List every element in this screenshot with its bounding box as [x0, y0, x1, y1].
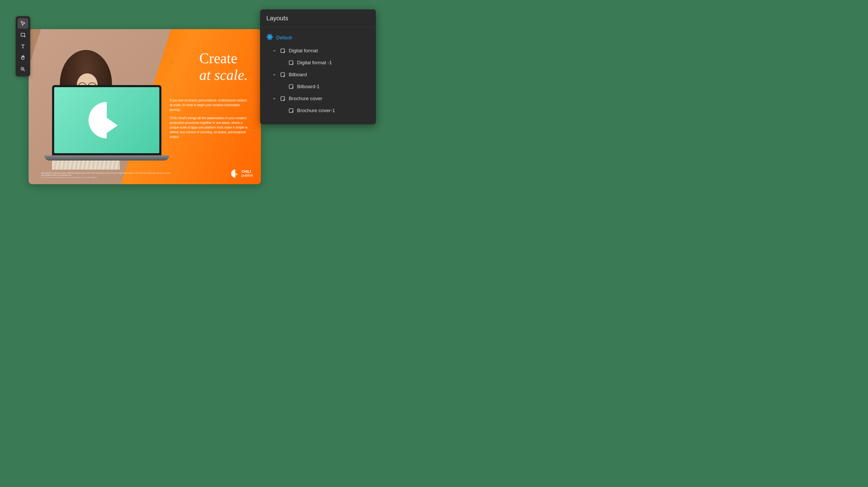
layout-tree: Default Digital format Digital format -1… — [260, 27, 376, 120]
layout-label: Brochure cover-1 — [297, 108, 335, 113]
toolbar — [16, 16, 30, 76]
layout-root-label: Default — [276, 35, 292, 40]
chevron-down-icon — [273, 73, 277, 76]
layout-item-bilboard[interactable]: Bilboard — [262, 69, 374, 80]
brand-lockup: CHILI publish — [231, 169, 253, 178]
footer-text: CHILI publish is a software company, bui… — [41, 172, 171, 178]
layout-icon — [280, 48, 286, 54]
svg-point-1 — [25, 36, 25, 37]
headline-line-2: at scale. — [199, 67, 248, 83]
panel-title: Layouts — [260, 9, 376, 27]
laptop-illustration — [44, 85, 169, 168]
layout-item-bilboard-1[interactable]: Bilboard-1 — [262, 80, 374, 93]
hand-tool[interactable] — [18, 53, 28, 63]
body-paragraph-2: CHILI GraFx brings all the stakeholders … — [170, 116, 248, 139]
layout-label: Digital format — [289, 48, 318, 54]
layout-label: Bilboard — [289, 72, 307, 77]
select-tool[interactable] — [18, 18, 28, 29]
text-tool[interactable] — [18, 41, 28, 52]
brand-icon — [231, 169, 240, 178]
layout-item-digital-format-1[interactable]: Digital format -1 — [262, 57, 374, 69]
rectangle-tool[interactable] — [18, 30, 28, 40]
brand-name-1: CHILI — [242, 169, 251, 173]
layout-icon — [288, 84, 294, 90]
svg-point-6 — [269, 36, 270, 37]
footer-line-2: Our HQ is located in Erembodegem, Korte … — [41, 176, 171, 178]
layout-label: Digital format -1 — [297, 60, 332, 66]
atom-icon — [266, 34, 273, 42]
layout-item-brochure-cover-1[interactable]: Brochure cover-1 — [262, 105, 374, 117]
layout-label: Brochure cover — [289, 96, 322, 101]
layouts-panel: Layouts Default Digital format Digital f… — [260, 9, 376, 124]
logo-icon — [89, 102, 125, 138]
footer-line-1: CHILI publish is a software company, bui… — [41, 172, 171, 176]
zoom-tool[interactable] — [18, 64, 28, 74]
chevron-down-icon — [273, 97, 277, 100]
layout-icon — [288, 60, 294, 66]
headline: Create at scale. — [199, 50, 248, 83]
layout-label: Bilboard-1 — [297, 84, 320, 90]
chevron-down-icon — [273, 49, 277, 53]
svg-rect-0 — [21, 33, 25, 36]
layout-item-brochure-cover[interactable]: Brochure cover — [262, 93, 374, 105]
layout-icon — [280, 96, 286, 101]
layout-icon — [280, 72, 286, 77]
design-canvas[interactable]: Create at scale. If you nee on-brand, pe… — [29, 29, 261, 184]
headline-line-1: Create — [199, 50, 248, 67]
layout-root-default[interactable]: Default — [262, 30, 374, 45]
body-copy: If you nee on-brand, personalized, multi… — [170, 98, 248, 143]
body-paragraph-1: If you nee on-brand, personalized, multi… — [170, 98, 248, 112]
layout-icon — [288, 108, 294, 113]
layout-item-digital-format[interactable]: Digital format — [262, 45, 374, 57]
brand-name-2: publish — [242, 173, 253, 177]
